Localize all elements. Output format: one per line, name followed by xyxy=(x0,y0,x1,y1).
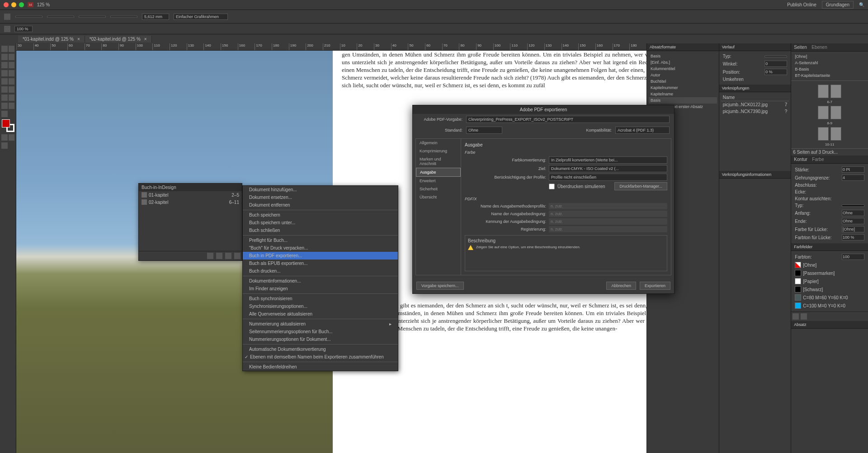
page-thumbnail[interactable]: 10-11 xyxy=(793,126,866,146)
master-page-item[interactable]: B-Basis xyxy=(793,66,866,72)
trash-icon[interactable] xyxy=(801,313,807,320)
menu-item[interactable]: Seitennummerierungsoptionen für Buch... xyxy=(243,328,398,335)
transform-tool[interactable] xyxy=(9,86,15,93)
links-panel-header[interactable]: Verknüpfungen xyxy=(719,85,791,92)
paragraph-style-item[interactable]: Kapitelname xyxy=(649,91,717,97)
new-swatch-icon[interactable] xyxy=(793,313,799,320)
paragraph-style-item[interactable]: Autor xyxy=(649,72,717,78)
frame-style[interactable]: Einfacher Grafikrahmen xyxy=(174,14,228,20)
paragraph-style-item[interactable]: [Einf. Abs.] xyxy=(649,59,717,66)
menu-item[interactable]: Synchronisierungsoptionen... xyxy=(243,302,398,310)
book-panel[interactable]: Buch-in-InDesign 01-kapitel2–502-kapitel… xyxy=(138,183,242,261)
export-button[interactable]: Exportieren xyxy=(640,282,670,290)
pdf-nav-item[interactable]: Komprimierung xyxy=(416,147,461,155)
link-row[interactable]: picjumb..NCK7390.jpg? xyxy=(721,108,789,115)
gradient-tool[interactable] xyxy=(1,94,8,101)
pdf-nav-item[interactable]: Sicherheit xyxy=(416,185,461,193)
zoom-level[interactable]: 125 % xyxy=(37,2,50,7)
minimize-window[interactable] xyxy=(11,2,16,7)
master-page-item[interactable]: [Ohne] xyxy=(793,53,866,60)
profile-inclusion-select[interactable]: Profile nicht einschließen xyxy=(549,174,667,181)
swatch-item[interactable]: C=100 M=0 Y=0 K=0 xyxy=(793,302,866,310)
pdf-nav-item[interactable]: Übersicht xyxy=(416,193,461,201)
paragraph-style-item[interactable]: Basis xyxy=(649,53,717,59)
close-icon[interactable]: × xyxy=(77,37,80,42)
destination-select[interactable]: Dokument-CMYK - ISO Coated v2 (... xyxy=(549,165,667,172)
swatch-item[interactable]: C=80 M=60 Y=60 K=0 xyxy=(793,293,866,302)
hand-tool[interactable] xyxy=(9,103,15,109)
menu-item[interactable]: Buch synchronisieren xyxy=(243,295,398,302)
menu-item[interactable]: Buch drucken... xyxy=(243,267,398,275)
page-thumbnail[interactable]: 6-7 xyxy=(793,84,866,104)
pdf-compat-select[interactable]: Acrobat 4 (PDF 1.3) xyxy=(615,127,670,134)
line-tool[interactable] xyxy=(9,62,15,68)
gradient-panel-header[interactable]: Verlauf xyxy=(719,43,791,51)
miter-limit[interactable]: 4 xyxy=(842,175,864,181)
workspace-selector[interactable]: Grundlagen xyxy=(822,1,854,9)
publish-online-button[interactable]: Publish Online xyxy=(787,2,816,7)
rectangle-tool[interactable] xyxy=(9,78,15,85)
search-icon[interactable]: 🔍 xyxy=(859,2,864,7)
master-page-item[interactable]: A-Seitenzahl xyxy=(793,60,866,66)
menu-item[interactable]: Automatische Dokumentkonvertierung xyxy=(243,345,398,353)
direct-selection-tool[interactable] xyxy=(9,46,15,52)
stroke-end[interactable]: Ohne xyxy=(842,218,864,224)
ink-manager-button[interactable]: Druckfarben-Manager... xyxy=(614,182,667,190)
paragraph-style-item[interactable]: Basis xyxy=(649,97,717,104)
menu-item[interactable]: ✓Ebenen mit demselben Namen beim Exporti… xyxy=(243,353,398,361)
apply-gradient[interactable] xyxy=(9,134,15,141)
stroke-start[interactable]: Ohne xyxy=(842,210,864,216)
menu-item[interactable]: Preflight für Buch... xyxy=(243,236,398,244)
pdf-nav-item[interactable]: Marken und Anschnitt xyxy=(416,155,461,168)
paragraph-style-item[interactable]: Kapitelnummer xyxy=(649,85,717,91)
paragraph-style-item[interactable]: Kolumnentitel xyxy=(649,66,717,72)
percent-field[interactable]: 100 % xyxy=(14,26,33,32)
gradient-type[interactable] xyxy=(764,56,787,57)
note-tool[interactable] xyxy=(9,94,15,101)
menu-item[interactable]: Alle Querverweise aktualisieren xyxy=(243,310,398,318)
pdf-nav-item[interactable]: Ausgabe xyxy=(416,168,461,177)
link-info-header[interactable]: Verknüpfungsinformationen xyxy=(719,171,791,179)
menu-item[interactable]: Nummerierung aktualisieren▸ xyxy=(243,320,398,328)
close-icon[interactable]: × xyxy=(144,37,147,42)
pdf-nav-item[interactable]: Erweitert xyxy=(416,177,461,185)
w-field[interactable] xyxy=(79,16,106,18)
menu-item[interactable]: Buch in PDF exportieren... xyxy=(243,252,398,260)
stroke-panel-header[interactable]: Kontur Farbe xyxy=(791,156,868,164)
menu-item[interactable]: Kleine Bedienfeldreihen xyxy=(243,363,398,371)
document-tab[interactable]: *02-kapitel.indd @ 125 %× xyxy=(85,36,152,42)
stroke-weight[interactable]: 0 Pt xyxy=(842,166,864,173)
menu-item[interactable]: Dokument hinzufügen... xyxy=(243,186,398,193)
color-conversion-select[interactable]: In Zielprofil konvertieren (Werte bei... xyxy=(549,156,667,164)
remove-icon[interactable] xyxy=(234,253,241,259)
menu-item[interactable]: Buch als EPUB exportieren... xyxy=(243,260,398,267)
x-field[interactable] xyxy=(15,16,42,18)
rectangle-frame-tool[interactable] xyxy=(1,78,8,85)
swatches-panel-header[interactable]: Farbfelder xyxy=(791,243,868,251)
page-thumbnail[interactable]: 8-9 xyxy=(793,105,866,125)
body-text[interactable]: gen Umständen, in denen Mühen und Schmer… xyxy=(342,51,646,89)
stroke-type[interactable] xyxy=(842,205,864,207)
pdf-nav-item[interactable]: Allgemein xyxy=(416,139,461,147)
pages-panel-header[interactable]: Seiten Ebenen xyxy=(791,43,868,52)
h-field[interactable] xyxy=(110,16,137,18)
selection-tool[interactable] xyxy=(1,46,8,52)
swatch-item[interactable]: [Papier] xyxy=(793,277,866,285)
paragraph-styles-header[interactable]: Absatzformate xyxy=(647,43,719,51)
print-icon[interactable] xyxy=(216,253,222,259)
menu-item[interactable]: Buch schließen xyxy=(243,226,398,234)
save-preset-button[interactable]: Vorgabe speichern... xyxy=(416,282,464,290)
pdf-preset-select[interactable]: Cleverprinting_PrePress_EXPORT_ISOv2_POS… xyxy=(466,116,670,123)
pdf-standard-select[interactable]: Ohne xyxy=(466,127,502,134)
swatch-item[interactable]: [Passermarken] xyxy=(793,269,866,277)
paragraph-panel-header[interactable]: Absatz xyxy=(791,321,868,329)
apply-color[interactable] xyxy=(1,134,8,141)
fill-stroke-indicator[interactable] xyxy=(2,119,14,132)
pen-tool[interactable] xyxy=(1,70,8,76)
gap-tool[interactable] xyxy=(9,54,15,60)
close-window[interactable] xyxy=(4,2,9,7)
page-tool[interactable] xyxy=(1,54,8,60)
window-controls[interactable] xyxy=(4,2,24,7)
book-document-row[interactable]: 01-kapitel2–5 xyxy=(139,191,242,198)
master-page-item[interactable]: BT-Kapitelstartseite xyxy=(793,72,866,79)
